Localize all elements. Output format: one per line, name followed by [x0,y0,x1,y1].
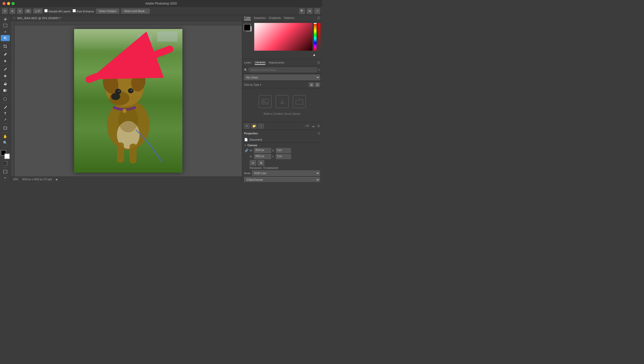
fg-bg-color-picker[interactable] [1,150,10,159]
angle-value: 0° [38,10,41,13]
libs-panel-menu[interactable]: ☰ [317,61,320,65]
x-row: X 0 px [272,148,291,153]
color-tab[interactable]: Color [244,16,251,20]
properties-panel-header[interactable]: Properties ☰ [242,130,322,137]
lib-settings-icon[interactable]: ⚙ [317,124,320,128]
toolbar-separator-4 [2,80,9,80]
x-input[interactable]: 0 px [276,148,291,153]
pen-tool[interactable] [1,104,10,110]
share-icon[interactable]: ↗ [314,8,320,14]
search-icon[interactable]: 🔍 [299,8,305,14]
auto-enhance-checkbox[interactable] [73,9,76,12]
right-panels: Color Swatches Gradients Patterns ☰ [242,15,322,182]
path-select-tool[interactable]: ↗ [1,117,10,123]
library-select[interactable]: My Library [244,75,320,80]
bits-select[interactable]: 8 Bits/Channel [244,177,320,182]
adjustments-tab[interactable]: Adjustments [269,61,284,65]
canvas-section-header[interactable]: ▼ Canvas [244,144,320,147]
eyedropper-tool[interactable] [1,52,10,58]
brush-options-2[interactable]: ⊕ [10,8,15,14]
brush-options-1[interactable]: ⊡ [2,8,8,14]
maximize-button[interactable] [12,2,15,5]
document-icon: 📄 [244,138,248,141]
extras-toggle[interactable]: •• [1,175,10,181]
height-label: H [250,155,253,158]
close-button[interactable] [3,2,6,5]
swatches-tab[interactable]: Swatches [254,16,266,20]
brush-tool[interactable] [1,66,10,72]
toolbar-separator-1 [2,42,9,42]
lib-search-chevron[interactable]: ▾ [319,69,320,71]
document-canvas[interactable] [74,29,182,173]
color-spectrum-area[interactable] [254,23,320,57]
sample-all-layers-checkbox[interactable] [44,9,48,12]
grid-view-button[interactable]: ⊞ [309,82,314,87]
rectangle-tool[interactable] [1,125,10,131]
navigation-arrow[interactable]: ▶ [56,178,58,181]
toolbar-separator-8 [2,132,9,132]
workspace-icon[interactable]: ⊞ [307,8,312,14]
sample-all-layers-label[interactable]: Sample All Layers [44,9,71,13]
lib-image-icon [259,95,272,108]
select-subject-button[interactable]: Select Subject [96,9,119,14]
marquee-tool[interactable] [1,22,10,28]
gradients-tab[interactable]: Gradients [269,16,281,20]
quick-mask-toggle[interactable] [1,160,10,166]
status-bar: 25% 3024 px x 4032 px (72 ppi) ▶ [11,176,242,182]
gradient-tool[interactable] [1,87,10,94]
minimize-button[interactable] [7,2,10,5]
hue-bar[interactable] [314,23,316,51]
move-tool[interactable] [1,16,10,22]
lib-folder-button[interactable]: 📁 [251,124,257,129]
height-input[interactable]: 4032 px [254,154,271,159]
properties-menu-button[interactable]: ☰ [318,132,320,135]
zoom-tool[interactable]: 🔍 [1,140,10,146]
color-gradient-area[interactable] [254,23,312,51]
auto-enhance-label[interactable]: Auto-Enhance [73,9,94,13]
patterns-tab[interactable]: Patterns [284,16,294,20]
eraser-tool[interactable] [1,81,10,87]
crop-tool[interactable] [1,43,10,49]
vertical-ruler [11,21,15,176]
select-and-mask-button[interactable]: Select and Mask... [121,9,150,14]
canvas-resize-1[interactable]: ⊡ [250,160,256,166]
lib-add-button[interactable]: + [244,124,250,129]
learn-tab[interactable]: Learn [244,61,251,65]
dog-svg [74,29,182,173]
color-panel-menu[interactable]: ☰ [317,16,320,20]
toolbar-separator-3 [2,65,9,65]
view-by-label[interactable]: View by Type ▾ [244,83,261,86]
svg-point-28 [263,100,265,102]
stamp-tool[interactable]: ◉ [1,73,10,79]
canvas-hw-row: H 4032 px Y 0 px [250,154,320,159]
hand-tool[interactable]: ✋ [1,133,10,139]
width-input[interactable]: 3024 px [254,148,271,153]
type-tool[interactable]: T [1,110,10,116]
y-input[interactable]: 0 px [276,154,291,159]
libraries-tab[interactable]: Libraries [255,61,265,65]
dodge-tool[interactable]: ◯ [1,96,10,102]
color-panel: Color Swatches Gradients Patterns ☰ [242,15,322,59]
tab-close-button[interactable]: ✕ [13,17,15,19]
quick-select-tool[interactable] [1,35,10,41]
lasso-tool[interactable]: ⌖ [1,29,10,35]
canvas-content[interactable] [15,25,242,176]
brush-options-3[interactable]: ⊖ [17,8,23,14]
canvas-resize-2[interactable]: ⊞ [258,160,264,166]
svg-point-2 [4,37,5,38]
background-color[interactable] [4,154,10,159]
list-view-button[interactable]: ☰ [315,82,320,87]
mode-select[interactable]: RGB Color [252,170,320,176]
lib-upload-button[interactable]: ↑ [258,124,264,129]
healing-tool[interactable]: ✚ [1,58,10,64]
link-wh-icon[interactable]: 🔗 [244,148,249,153]
canvas-properties: ▼ Canvas 🔗 W 3024 px X 0 px [242,143,322,182]
tab-title: IMG_3564.HEIC @ 25% (RGB/8*) * [17,17,61,20]
lib-cloud-icon[interactable]: ☁ [312,124,315,128]
learn-libs-tabs: Learn Libraries Adjustments ☰ [242,59,322,66]
library-search-input[interactable] [248,67,318,72]
alpha-bar[interactable] [318,23,320,51]
foreground-swatch[interactable] [244,24,251,31]
screen-mode-toggle[interactable] [1,169,10,175]
y-label: Y [272,155,275,158]
